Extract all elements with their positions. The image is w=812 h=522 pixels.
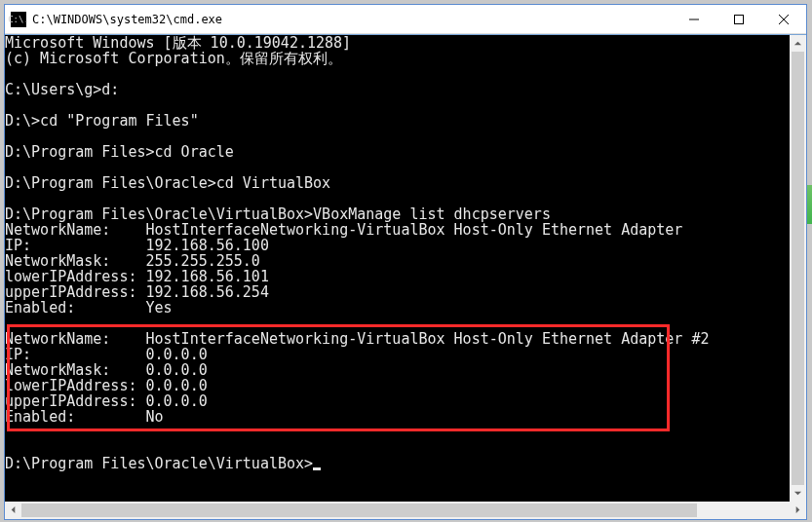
vertical-scrollbar[interactable] [790, 35, 806, 502]
terminal-line: (c) Microsoft Corporation。保留所有权利。 [5, 51, 790, 66]
title-bar[interactable]: C:\. C:\WINDOWS\system32\cmd.exe [5, 5, 806, 34]
terminal-line: upperIPAddress: 0.0.0.0 [5, 393, 790, 409]
close-button[interactable] [761, 5, 806, 34]
cmd-icon: C:\. [11, 12, 26, 27]
terminal-line: upperIPAddress: 192.168.56.254 [5, 284, 790, 300]
chevron-up-icon [793, 39, 802, 48]
terminal-line: Microsoft Windows [版本 10.0.19042.1288] [5, 35, 790, 51]
scroll-left-button[interactable] [5, 502, 21, 518]
scroll-right-button[interactable] [790, 502, 806, 518]
horizontal-scroll-thumb[interactable] [21, 503, 697, 517]
maximize-icon [734, 15, 744, 24]
terminal-line: D:\Program Files>cd Oracle [5, 144, 790, 160]
terminal-line: lowerIPAddress: 0.0.0.0 [5, 378, 790, 393]
terminal-line: Enabled: No [5, 409, 790, 425]
chevron-down-icon [793, 489, 802, 498]
decorative-stripe [807, 185, 812, 224]
close-icon [779, 15, 789, 24]
terminal-line: IP: 0.0.0.0 [5, 347, 790, 362]
horizontal-scrollbar[interactable] [5, 502, 806, 519]
scroll-up-button[interactable] [790, 35, 806, 52]
scroll-down-button[interactable] [790, 485, 806, 502]
terminal-line: D:\>cd "Program Files" [5, 113, 790, 129]
chevron-left-icon [9, 505, 18, 514]
terminal-line: D:\Program Files\Oracle\VirtualBox> [5, 456, 790, 471]
cmd-window: C:\. C:\WINDOWS\system32\cmd.exe Microso… [4, 4, 807, 520]
terminal-line: NetworkMask: 0.0.0.0 [5, 362, 790, 378]
terminal-line: NetworkMask: 255.255.255.0 [5, 253, 790, 269]
terminal-line [5, 425, 790, 440]
window-title: C:\WINDOWS\system32\cmd.exe [32, 13, 222, 26]
vertical-scroll-thumb[interactable] [792, 52, 804, 485]
terminal-area: Microsoft Windows [版本 10.0.19042.1288](c… [5, 34, 806, 519]
terminal-line: Enabled: Yes [5, 300, 790, 316]
minimize-button[interactable] [672, 5, 716, 34]
terminal-line: NetworkName: HostInterfaceNetworking-Vir… [5, 331, 790, 347]
terminal-line [5, 97, 790, 113]
terminal-line [5, 440, 790, 456]
terminal-line [5, 316, 790, 331]
cursor [313, 467, 321, 470]
maximize-button[interactable] [716, 5, 761, 34]
terminal-line: D:\Program Files\Oracle\VirtualBox>VBoxM… [5, 206, 790, 222]
svg-rect-1 [735, 15, 744, 23]
terminal-line: D:\Program Files\Oracle>cd VirtualBox [5, 175, 790, 191]
terminal-output[interactable]: Microsoft Windows [版本 10.0.19042.1288](c… [5, 35, 790, 502]
vertical-scroll-track[interactable] [790, 52, 806, 485]
terminal-line: NetworkName: HostInterfaceNetworking-Vir… [5, 222, 790, 238]
chevron-right-icon [793, 505, 802, 514]
horizontal-scroll-track[interactable] [21, 502, 790, 519]
terminal-line [5, 66, 790, 82]
terminal-line: lowerIPAddress: 192.168.56.101 [5, 269, 790, 284]
terminal-line [5, 160, 790, 175]
terminal-line [5, 191, 790, 206]
terminal-line [5, 129, 790, 144]
terminal-line: IP: 192.168.56.100 [5, 238, 790, 253]
minimize-icon [689, 15, 699, 24]
terminal-line: C:\Users\g>d: [5, 82, 790, 97]
